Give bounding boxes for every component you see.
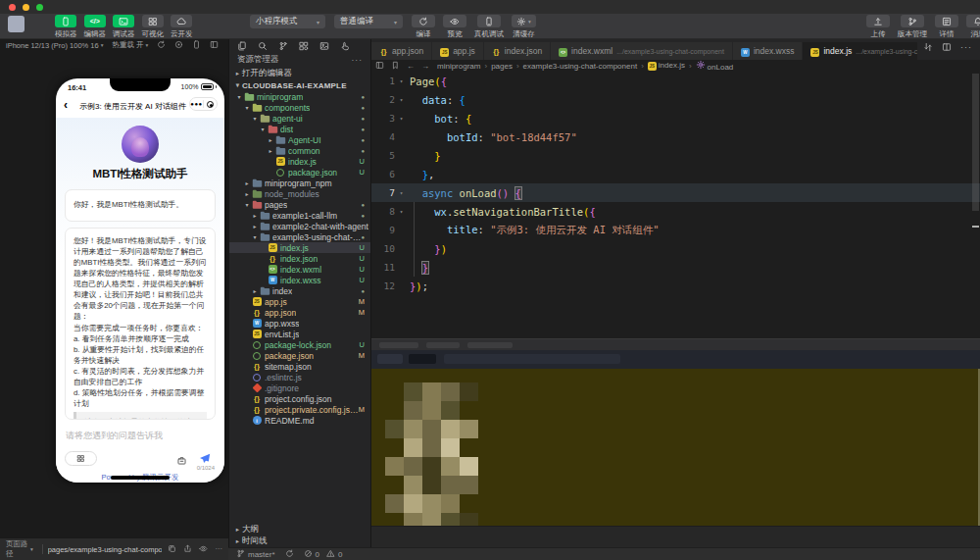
panel-layout-icon[interactable] [375,61,384,72]
open-editors-section[interactable]: ▸ 打开的编辑器 [229,68,370,79]
tab-app-json[interactable]: {}app.json [371,42,432,60]
device-debug-button[interactable]: 真机调试 [474,15,504,39]
tree-item-index-json[interactable]: {}index.jsonU [229,253,370,264]
tree-item-pages[interactable]: ▾pages● [229,199,370,210]
compare-changes-icon[interactable] [923,38,933,56]
version-manage-button[interactable]: 版本管理 [898,15,927,39]
chat-input[interactable]: 请将您遇到的问题告诉我 [66,430,163,442]
tree-item-example1-call-llm[interactable]: ▸example1-call-llm● [229,210,370,221]
tree-item-index[interactable]: ▸index● [229,285,370,296]
console-filter-bar-blurred [371,350,980,369]
upload-button[interactable]: 上传 [866,15,890,39]
tree-item-dist[interactable]: ▾dist● [229,124,370,134]
copy-path-icon[interactable] [168,544,176,555]
mode-select[interactable]: 小程序模式▾ [250,15,325,28]
path-mode-select[interactable]: 页面路径 [6,539,28,559]
tree-item-example3-using-chat-co-[interactable]: ▾example3-using-chat-co...● [229,231,370,242]
tree-item-package-json[interactable]: package.jsonU [229,167,370,178]
editor-button[interactable]: </>编辑器 [84,15,107,39]
back-button[interactable]: ‹ [64,98,68,112]
breadcrumb-item-miniprogram[interactable]: miniprogram [437,62,480,71]
nav-forward-icon[interactable]: → [421,62,429,71]
tree-item-app-js[interactable]: JSapp.jsM [229,296,370,307]
preview-page-icon[interactable] [199,544,208,555]
details-button[interactable]: 详情 [935,15,958,39]
tree-item-node-modules[interactable]: ▸node_modules [229,188,370,199]
tree-item-sitemap-json[interactable]: {}sitemap.json [229,361,370,372]
tab-index-wxss[interactable]: Windex.wxss [733,42,804,60]
tree-item-common[interactable]: ▸common● [229,145,370,156]
breadcrumb-item-example3-using-chat-component[interactable]: example3-using-chat-component [523,62,638,71]
tab-index-js[interactable]: JSindex.js.../example3-using-chat-compon… [803,42,917,60]
rotate-icon[interactable] [157,40,166,51]
project-root-section[interactable]: ▾ CLOUDBASE-AI-EXAMPLE [229,79,370,91]
tree-item-project-private-config-json[interactable]: {}project.private.config.jsonM [229,404,370,415]
tree-item-example2-chat-with-agent[interactable]: ▸example2-chat-with-agent [229,221,370,231]
clear-cache-button[interactable]: ▾清缓存 [512,15,536,39]
git-branch-indicator[interactable]: master* [236,549,275,560]
tree-item-agent-ui[interactable]: ▾agent-ui● [229,113,370,124]
tree-item--gitignore[interactable]: .gitignore [229,382,370,393]
simulator-button[interactable]: 模拟器 [55,15,77,39]
breadcrumb-item-onLoad[interactable]: onLoad [696,60,734,72]
timeline-section[interactable]: ▸ 时间线 [229,535,370,547]
more-actions-icon[interactable]: ··· [960,42,972,52]
tree-item-index-wxml[interactable]: <>index.wxmlU [229,264,370,275]
tree-item-readme-md[interactable]: iREADME.md [229,415,370,426]
tree-item-index-wxss[interactable]: Windex.wxssU [229,275,370,285]
outline-section[interactable]: ▸ 大纲 [229,524,370,535]
compile-mode-select[interactable]: 普通编译▾ [334,15,403,28]
open-external-icon[interactable] [183,544,192,555]
tree-item-label: package-lock.json [265,340,331,350]
explorer-more-button[interactable]: ··· [352,55,364,65]
device-select[interactable]: iPhone 12/13 (Pro) 100% 16 [6,41,99,50]
tree-item-miniprogram[interactable]: ▾miniprogram● [229,91,370,102]
tree-item-app-json[interactable]: {}app.jsonM [229,307,370,318]
tree-item-index-js[interactable]: JSindex.jsU [229,156,370,167]
visual-button[interactable]: 可视化 [142,15,165,39]
split-editor-icon[interactable] [942,38,952,56]
git-status-badge: U [360,340,370,349]
tree-item-package-json[interactable]: package.jsonM [229,350,370,361]
chevron-down-icon: ▾ [30,546,33,552]
problems-indicator[interactable]: 0 0 [304,549,343,560]
tree-item-index-js[interactable]: JSindex.jsU [229,242,370,253]
messages-button[interactable]: 消息 [966,15,980,39]
tree-item-agent-ui[interactable]: ▸Agent-UI● [229,134,370,145]
debugger-button[interactable]: 调试器 [113,15,135,39]
more-options-icon[interactable]: ··· [215,544,222,555]
nav-back-icon[interactable]: ← [407,62,415,71]
git-status-badge: U [360,254,370,263]
minimize-window-button[interactable] [23,4,29,11]
breadcrumb-item-pages[interactable]: pages [491,62,513,71]
code-editor[interactable]: 1▾Page({2▾ data: {3▾ bot: {4 botId: "bot… [371,72,980,338]
tree-item-envlist-js[interactable]: JSenvList.js [229,329,370,339]
tab-index-json[interactable]: {}index.json [484,42,551,60]
zoom-window-button[interactable] [36,4,43,11]
quick-actions-button[interactable] [65,451,97,466]
breadcrumb-item-index-js[interactable]: JSindex.js [648,61,685,71]
tree-item-components[interactable]: ▾components● [229,102,370,113]
device-frame-icon[interactable] [192,40,201,51]
compile-button[interactable]: 编译 [412,15,435,39]
git-sync-button[interactable] [285,549,294,560]
record-icon[interactable] [174,40,183,51]
tab-app-js[interactable]: JSapp.js [432,42,484,60]
close-window-button[interactable] [9,4,16,11]
editor-scrollbar[interactable] [971,72,980,338]
tree-item--eslintrc-js[interactable]: .eslintrc.js [229,372,370,382]
toolbox-icon[interactable] [176,452,187,470]
line-number: 9 [371,225,397,235]
tab-index-wxml[interactable]: <>index.wxml.../example3-using-chat-comp… [551,42,733,60]
capsule-menu[interactable]: ●●● [189,97,218,111]
bookmark-icon[interactable] [391,61,400,72]
account-avatar[interactable] [8,16,24,32]
tree-item-package-lock-json[interactable]: package-lock.jsonU [229,339,370,350]
screenshot-icon[interactable] [210,40,219,51]
preview-button[interactable]: 预览 [443,15,466,39]
tree-item-project-config-json[interactable]: {}project.config.json [229,393,370,404]
tree-item-app-wxss[interactable]: Wapp.wxss [229,318,370,329]
cloud-dev-button[interactable]: 云开发 [171,15,193,39]
tree-item-miniprogram-npm[interactable]: ▸miniprogram_npm [229,178,370,188]
hot-reload-toggle[interactable]: 热重载 开 [112,40,143,50]
